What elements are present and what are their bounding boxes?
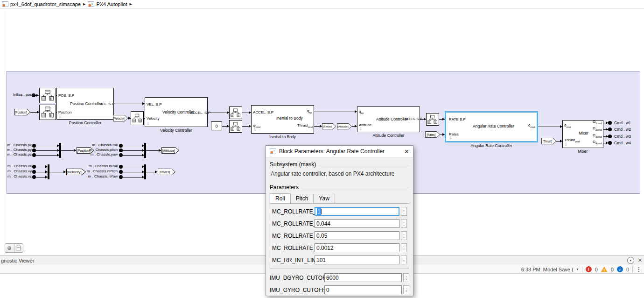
chevron-down-icon[interactable]: ▾ [577, 267, 579, 271]
imu-gyro-cutoff-input[interactable]: 0 [324, 285, 402, 294]
tab-yaw[interactable]: Yaw [313, 194, 335, 204]
signal-dot [119, 170, 123, 174]
param-menu-button[interactable]: ⋮ [401, 207, 407, 216]
mux-block[interactable] [144, 164, 146, 179]
close-icon[interactable]: ✕ [638, 257, 642, 263]
diagnostic-viewer-title: gnostic Viewer [1, 258, 34, 263]
mux-block[interactable] [59, 143, 61, 158]
error-badge-icon[interactable]: ! [586, 266, 592, 272]
wire [352, 126, 357, 127]
param-menu-button[interactable]: ⋮ [403, 273, 409, 282]
itb-in-accel-sp: ACCEL. S.P [253, 110, 273, 114]
pc-title: Position Controller [70, 101, 102, 106]
signal-label: m . Chassis.nYaw [69, 174, 118, 178]
warning-badge-icon[interactable]: ! [601, 267, 608, 272]
mux-block[interactable] [144, 143, 146, 158]
breadcrumb-arrow-icon[interactable]: ▶ [83, 2, 85, 6]
mc-rollrate-k-input[interactable]: 1 [315, 207, 399, 216]
signal-label: m . Chassis.yaw [69, 152, 118, 156]
param-row: MC_ROLLRATE_D = 0.0012 ⋮ [272, 243, 407, 252]
signal-dot [119, 165, 123, 169]
param-label: MC_ROLLRATE_K = [272, 208, 315, 215]
wire [123, 177, 144, 177]
canvas-toggle-group [5, 243, 23, 253]
block-icon [270, 149, 276, 154]
from-tag-position[interactable]: [Position] [14, 109, 30, 115]
vc-in-velocity: Velocity [147, 116, 160, 121]
info-badge-icon[interactable]: i [617, 266, 623, 272]
arc-in-rate-sp: RATE S.P [449, 117, 466, 121]
signal-dot [32, 153, 36, 157]
signal-dot [119, 153, 123, 157]
param-label: MC_ROLLRATE_P = [272, 220, 315, 227]
from-tag-velocity[interactable]: [Velocity] [113, 115, 128, 121]
signal-conversion-block[interactable] [39, 88, 56, 103]
wire [439, 119, 445, 120]
legend-toggle-button[interactable] [5, 244, 14, 252]
goto-tag-attitude[interactable]: [Attitude] [161, 147, 179, 154]
collapse-chevron-icon[interactable]: ▾ [627, 257, 634, 264]
breadcrumb-item-subsystem[interactable]: PX4 Autopilot [96, 1, 127, 7]
param-menu-button[interactable]: ⋮ [401, 219, 407, 228]
param-row: IMU_DGYRO_CUTOFF = 6000 ⋮ [270, 273, 409, 282]
mixer-out-omega4: Ω4cmd [593, 140, 602, 145]
goto-tag-thrust[interactable]: [Thrust] [322, 123, 336, 129]
vc-caption: Velocity Controller [145, 128, 208, 133]
breadcrumb-item-model[interactable]: px4_6dof_quadrotor_simscape [10, 1, 81, 7]
signal-conversion-block[interactable] [229, 106, 242, 119]
signal-conversion-block[interactable] [39, 105, 56, 120]
mux-block[interactable] [48, 164, 49, 179]
constant-zero-block[interactable]: 0 [211, 121, 222, 130]
status-message: 6:33 PM: Model Save ( [521, 267, 574, 272]
param-menu-button[interactable]: ⋮ [401, 231, 407, 240]
wire [49, 172, 66, 172]
signal-label: m . Chassis.pitch [69, 148, 118, 152]
dialog-titlebar[interactable]: Block Parameters: Angular Rate Controlle… [266, 146, 413, 157]
itb-caption: Inertial to Body [251, 135, 314, 139]
tab-pitch[interactable]: Pitch [290, 194, 314, 204]
mc-rollrate-p-input[interactable]: 0.044 [315, 219, 399, 228]
close-icon[interactable]: ✕ [404, 148, 409, 155]
inbus-pos-label: InBus . pos [8, 92, 32, 97]
signal-dot [32, 144, 36, 148]
mask-heading: Subsystem (mask) [270, 161, 316, 168]
from-tag-thrust[interactable]: [Thrust] [541, 138, 556, 144]
mc-rr-int-lim-input[interactable]: 101 [315, 255, 399, 264]
mc-rollrate-i-input[interactable]: 0.05 [315, 231, 399, 240]
constant-value: 0 [215, 124, 217, 128]
mixer-out-omega2: Ω2cmd [593, 126, 602, 131]
subsystem-badge-icon: ⇩ [449, 136, 453, 140]
info-count: 0 [626, 267, 629, 272]
signal-conversion-block[interactable] [426, 113, 439, 126]
wire [242, 113, 251, 113]
wire [603, 123, 608, 123]
overflow-menu-icon[interactable]: ⋮ [636, 266, 642, 273]
mixer-out-omega1: Ω1cmd [593, 120, 602, 125]
signal-label: m . Chassis.vz [6, 174, 32, 178]
wire [123, 172, 144, 172]
from-tag-rates[interactable]: [Rates] [425, 131, 440, 138]
minimize-toggle-button[interactable] [14, 244, 23, 252]
imu-dgyro-cutoff-input[interactable]: 6000 [324, 273, 402, 282]
param-menu-button[interactable]: ⋮ [401, 243, 407, 252]
goto-tag-rates[interactable]: [Rates] [158, 169, 175, 175]
itb-out-q-sp: qsp [307, 109, 312, 114]
tab-roll[interactable]: Roll [270, 193, 291, 203]
svg-text:[Thrust]: [Thrust] [543, 139, 553, 143]
mc-rollrate-d-input[interactable]: 0.0012 [315, 243, 399, 252]
model-icon [2, 1, 8, 7]
divider [632, 266, 633, 272]
from-tag-attitude[interactable]: [Attitude] [337, 123, 352, 129]
param-label: MC_RR_INT_LIM = [272, 257, 315, 263]
breadcrumb-arrow-icon[interactable]: ▶ [130, 2, 132, 6]
subsystem-badge-icon: ⇩ [359, 127, 363, 131]
wire [36, 167, 48, 167]
signal-conversion-block[interactable] [131, 111, 144, 125]
param-menu-button[interactable]: ⋮ [403, 285, 409, 294]
wire [146, 150, 161, 151]
output-cmd-w1: Cmd . w1 [614, 121, 631, 125]
signal-dot [32, 175, 36, 179]
ac-out-rates-sp: RATES S.P [403, 117, 422, 121]
param-menu-button[interactable]: ⋮ [401, 255, 407, 264]
signal-conversion-block[interactable] [229, 120, 242, 133]
